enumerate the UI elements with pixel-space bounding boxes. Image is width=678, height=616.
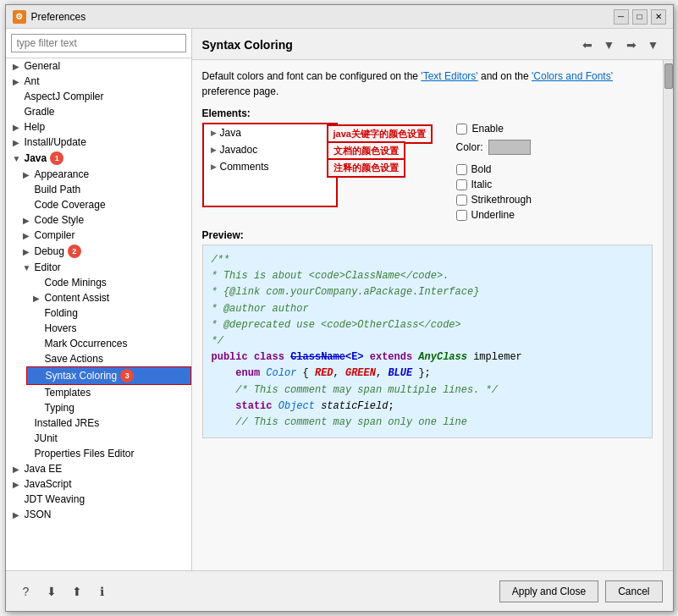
scroll-thumb[interactable] — [664, 63, 673, 89]
preview-line-1: /** — [212, 252, 643, 268]
strikethrough-option[interactable]: Strikethrough — [456, 194, 532, 206]
close-button[interactable]: ✕ — [651, 9, 666, 25]
tree-item-label: JSON — [25, 509, 52, 520]
tree-item-buildpath[interactable]: Build Path — [16, 182, 191, 197]
menu-icon[interactable]: ▼ — [644, 36, 663, 54]
tree-item-syntaxcoloring[interactable]: Syntax Coloring 3 — [26, 366, 191, 385]
arrow-icon — [23, 419, 33, 428]
tree-item-javaee[interactable]: ▶ Java EE — [6, 461, 191, 476]
italic-checkbox[interactable] — [456, 179, 467, 190]
enable-checkbox[interactable] — [456, 124, 467, 135]
right-scrollbar[interactable] — [663, 60, 673, 570]
import-icon[interactable]: ⬇ — [41, 581, 62, 602]
tree-item-java[interactable]: ▼ Java 1 — [6, 150, 191, 167]
tree-item-contentassist[interactable]: ▶ Content Assist — [26, 290, 191, 305]
element-list-wrapper: Elements: ▶ Java java关键字的颜色设置 — [202, 107, 338, 207]
export-icon[interactable]: ⬆ — [67, 581, 87, 602]
strikethrough-checkbox[interactable] — [456, 195, 467, 206]
tree-item-markoccurrences[interactable]: Mark Occurrences — [26, 336, 191, 351]
tree-item-label: Save Actions — [45, 353, 103, 365]
element-java[interactable]: ▶ Java — [204, 124, 248, 141]
tree-item-label: Syntax Coloring — [46, 370, 118, 382]
tree-item-codecoverage[interactable]: Code Coverage — [16, 197, 191, 212]
filter-input[interactable] — [11, 34, 186, 52]
arrow-icon: ▶ — [23, 247, 33, 256]
tree-item-install[interactable]: ▶ Install/Update — [6, 135, 191, 150]
back-icon[interactable]: ⬅ — [578, 36, 597, 54]
tree-item-codeminings[interactable]: Code Minings — [26, 275, 191, 290]
tree-item-ant[interactable]: ▶ Ant — [6, 74, 191, 89]
color-swatch[interactable] — [488, 140, 531, 155]
options-panel: Enable Color: Bold — [448, 123, 532, 221]
element-label: Comments — [220, 161, 269, 173]
apply-close-button[interactable]: Apply and Close — [499, 580, 598, 602]
right-panel-title: Syntax Coloring — [202, 38, 293, 52]
tree-item-propertieseditor[interactable]: Properties Files Editor — [16, 446, 191, 461]
tree-item-typing[interactable]: Typing — [26, 400, 191, 415]
tree-item-codestyle[interactable]: ▶ Code Style — [16, 212, 191, 228]
tree-item-label: Appearance — [35, 168, 90, 180]
bold-checkbox[interactable] — [456, 164, 467, 175]
dropdown-icon[interactable]: ▼ — [600, 36, 619, 54]
color-row: Color: — [456, 140, 532, 155]
tree-item-aspectj[interactable]: AspectJ Compiler — [6, 89, 191, 104]
tree-item-javascript[interactable]: ▶ JavaScript — [6, 476, 191, 492]
tree-item-json[interactable]: ▶ JSON — [6, 507, 191, 522]
tree-item-general[interactable]: ▶ General — [6, 58, 191, 74]
expand-arrow: ▶ — [211, 162, 217, 171]
tree-item-label: General — [25, 60, 61, 72]
element-javadoc[interactable]: ▶ Javadoc — [204, 141, 265, 158]
element-comments[interactable]: ▶ Comments — [204, 158, 276, 175]
title-bar: ⚙ Preferences ─ □ ✕ — [6, 5, 673, 29]
tree-item-label: Java — [25, 152, 47, 164]
tree-item-jdtweaving[interactable]: JDT Weaving — [6, 492, 191, 507]
tree-item-installedjres[interactable]: Installed JREs — [16, 415, 191, 431]
tree-item-saveactions[interactable]: Save Actions — [26, 351, 191, 366]
tree-item-editor[interactable]: ▼ Editor — [16, 260, 191, 275]
colors-fonts-link[interactable]: 'Colors and Fonts' — [532, 70, 613, 82]
tree-item-label: Hovers — [45, 322, 77, 334]
tree-item-label: Compiler — [35, 229, 75, 241]
expand-arrow: ▶ — [211, 129, 217, 137]
bold-option[interactable]: Bold — [456, 163, 532, 175]
tree-item-help[interactable]: ▶ Help — [6, 119, 191, 135]
java-badge: 1 — [50, 151, 63, 165]
underline-checkbox[interactable] — [456, 210, 467, 221]
minimize-button[interactable]: ─ — [614, 9, 629, 25]
javadoc-element-row: ▶ Javadoc 文档的颜色设置 — [204, 141, 336, 158]
arrow-icon: ▶ — [13, 138, 23, 147]
elements-section: Elements: ▶ Java java关键字的颜色设置 — [202, 107, 653, 221]
tree-item-junit[interactable]: JUnit — [16, 431, 191, 446]
header-nav-icons: ⬅ ▼ ➡ ▼ — [578, 36, 663, 54]
forward-icon[interactable]: ➡ — [622, 36, 641, 54]
tree-item-label: Code Coverage — [35, 199, 106, 211]
arrow-icon — [13, 495, 23, 504]
tree-item-hovers[interactable]: Hovers — [26, 321, 191, 336]
tree-item-label: Editor — [35, 261, 61, 273]
tree-item-label: Help — [25, 121, 46, 133]
maximize-button[interactable]: □ — [632, 9, 648, 25]
tree-item-appearance[interactable]: ▶ Appearance — [16, 167, 191, 182]
cancel-button[interactable]: Cancel — [605, 580, 662, 602]
footer-left-icons: ? ⬇ ⬆ ℹ — [16, 581, 113, 602]
arrow-icon: ▼ — [23, 263, 33, 272]
arrow-icon: ▶ — [13, 480, 23, 489]
tree-item-label: Typing — [45, 402, 74, 414]
text-editors-link[interactable]: 'Text Editors' — [421, 70, 477, 82]
italic-option[interactable]: Italic — [456, 179, 532, 190]
tree-item-label: Content Assist — [45, 292, 110, 304]
tree-item-folding[interactable]: Folding — [26, 305, 191, 321]
info-icon[interactable]: ℹ — [92, 581, 113, 602]
element-label: Javadoc — [220, 144, 258, 156]
right-content: Default colors and font can be configure… — [192, 60, 663, 570]
underline-option[interactable]: Underline — [456, 209, 532, 221]
tree-item-templates[interactable]: Templates — [26, 385, 191, 400]
editor-children: Code Minings ▶ Content Assist Folding — [16, 275, 191, 415]
tree-item-gradle[interactable]: Gradle — [6, 104, 191, 119]
tree-item-compiler[interactable]: ▶ Compiler — [16, 228, 191, 243]
description-text: Default colors and font can be configure… — [202, 69, 653, 99]
arrow-icon: ▶ — [33, 294, 43, 303]
help-icon[interactable]: ? — [16, 581, 36, 602]
tree-item-debug[interactable]: ▶ Debug 2 — [16, 243, 191, 260]
dialog-title: Preferences — [31, 11, 86, 23]
